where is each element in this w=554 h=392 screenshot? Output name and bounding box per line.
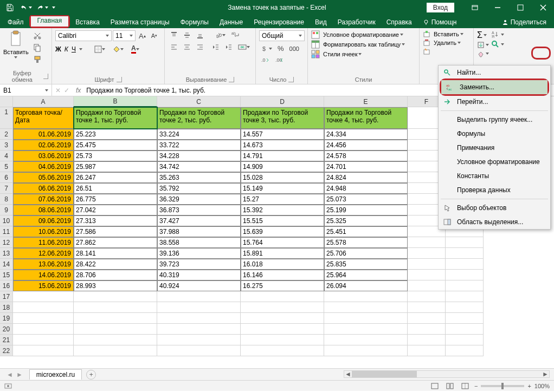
value-cell[interactable]: 24.334 <box>324 129 408 140</box>
value-cell[interactable]: 27.042 <box>74 205 157 215</box>
row-header-9[interactable]: 9 <box>0 205 13 215</box>
cell[interactable] <box>408 345 446 356</box>
find-select-button[interactable] <box>491 40 504 49</box>
cell[interactable] <box>408 259 446 270</box>
cell[interactable] <box>324 345 408 356</box>
row-header-13[interactable]: 13 <box>0 248 13 259</box>
border-icon[interactable] <box>92 44 107 54</box>
minimize-icon[interactable] <box>487 0 508 15</box>
row-header-1[interactable]: 1 <box>0 107 13 129</box>
cell[interactable] <box>241 313 324 324</box>
value-cell[interactable]: 15.639 <box>241 226 324 237</box>
date-cell[interactable]: 09.06.2019 <box>13 215 74 226</box>
conditional-format-button[interactable]: Условное форматирование <box>311 30 416 39</box>
value-cell[interactable]: 15.028 <box>241 172 324 183</box>
tab-layout[interactable]: Разметка страницы <box>105 16 175 28</box>
date-cell[interactable]: 02.06.2019 <box>13 140 74 151</box>
cell[interactable] <box>241 324 324 335</box>
value-cell[interactable]: 25.475 <box>74 140 157 151</box>
fill-color-icon[interactable] <box>111 44 126 54</box>
value-cell[interactable]: 37.427 <box>157 215 241 226</box>
menu-select-objects[interactable]: Выбор объектов <box>439 201 550 215</box>
add-sheet-icon[interactable]: + <box>86 370 96 380</box>
tab-developer[interactable]: Разработчик <box>332 16 381 28</box>
cell[interactable] <box>446 237 484 248</box>
value-cell[interactable]: 14.909 <box>241 161 324 172</box>
value-cell[interactable]: 15.515 <box>241 215 324 226</box>
value-cell[interactable]: 24.578 <box>324 151 408 161</box>
value-cell[interactable]: 14.673 <box>241 140 324 151</box>
alignment-launcher[interactable] <box>229 77 234 82</box>
login-button[interactable]: Вход <box>427 3 454 12</box>
cell[interactable] <box>408 291 446 302</box>
menu-goto-special[interactable]: Выделить группу ячеек... <box>439 113 550 127</box>
value-cell[interactable]: 24.456 <box>324 140 408 151</box>
col-header-B[interactable]: B <box>74 96 157 107</box>
cell[interactable] <box>324 302 408 313</box>
copy-icon[interactable] <box>31 42 44 53</box>
cell[interactable] <box>74 335 157 345</box>
date-cell[interactable]: 08.06.2019 <box>13 205 74 215</box>
cell[interactable] <box>241 335 324 345</box>
cell[interactable] <box>241 345 324 356</box>
value-cell[interactable]: 26.247 <box>74 172 157 183</box>
value-cell[interactable]: 39.136 <box>157 248 241 259</box>
cell[interactable] <box>13 291 74 302</box>
align-left-icon[interactable] <box>168 42 180 52</box>
value-cell[interactable]: 16.275 <box>241 280 324 291</box>
cell[interactable] <box>157 345 241 356</box>
number-launcher[interactable] <box>288 77 294 82</box>
cell[interactable] <box>74 302 157 313</box>
cell[interactable] <box>241 302 324 313</box>
wrap-text-icon[interactable]: ab <box>229 30 242 40</box>
align-right-icon[interactable] <box>194 42 206 52</box>
date-cell[interactable]: 11.06.2019 <box>13 237 74 248</box>
cell[interactable] <box>157 335 241 345</box>
fill-icon[interactable] <box>477 41 489 49</box>
save-icon[interactable] <box>3 2 16 14</box>
row-header-19[interactable]: 19 <box>0 313 13 324</box>
cell[interactable] <box>74 345 157 356</box>
insert-cells-button[interactable]: Вставить <box>423 30 470 38</box>
row-header-6[interactable]: 6 <box>0 172 13 183</box>
zoom-in-icon[interactable]: + <box>527 383 531 389</box>
cell[interactable] <box>324 291 408 302</box>
cut-icon[interactable] <box>31 30 44 41</box>
date-cell[interactable]: 10.06.2019 <box>13 226 74 237</box>
date-cell[interactable]: 06.06.2019 <box>13 183 74 194</box>
menu-validation[interactable]: Проверка данных <box>439 183 550 197</box>
cell[interactable] <box>324 324 408 335</box>
cell[interactable] <box>324 335 408 345</box>
cell[interactable] <box>408 302 446 313</box>
tab-file[interactable]: Файл <box>2 16 29 28</box>
row-header-22[interactable]: 22 <box>0 345 13 356</box>
col-header-D[interactable]: D <box>241 96 324 107</box>
value-cell[interactable]: 33.224 <box>157 129 241 140</box>
tab-view[interactable]: Вид <box>310 16 332 28</box>
sheet-next-icon[interactable]: ► <box>16 371 23 378</box>
date-cell[interactable]: 07.06.2019 <box>13 194 74 205</box>
col-header-E[interactable]: E <box>324 96 408 107</box>
value-cell[interactable]: 26.51 <box>74 183 157 194</box>
font-size-combo[interactable]: 11 <box>113 30 136 41</box>
row-header-8[interactable]: 8 <box>0 194 13 205</box>
cell[interactable] <box>13 345 74 356</box>
tab-formulas[interactable]: Формулы <box>175 16 214 28</box>
value-cell[interactable]: 26.775 <box>74 194 157 205</box>
italic-button[interactable]: К <box>65 45 68 53</box>
date-cell[interactable]: 15.06.2019 <box>13 280 74 291</box>
view-pagebreak-icon[interactable] <box>459 382 471 390</box>
cell[interactable] <box>408 324 446 335</box>
redo-icon[interactable] <box>36 2 49 14</box>
value-cell[interactable]: 24.824 <box>324 172 408 183</box>
paste-button[interactable]: Вставить <box>3 49 29 55</box>
cell[interactable] <box>446 302 484 313</box>
value-cell[interactable]: 27.862 <box>74 237 157 248</box>
value-cell[interactable]: 15.27 <box>241 194 324 205</box>
align-middle-icon[interactable] <box>181 30 193 40</box>
cell[interactable] <box>408 237 446 248</box>
cell[interactable] <box>74 324 157 335</box>
col-header-A[interactable]: A <box>13 96 74 107</box>
zoom-out-icon[interactable]: − <box>474 383 478 389</box>
tab-data[interactable]: Данные <box>214 16 248 28</box>
